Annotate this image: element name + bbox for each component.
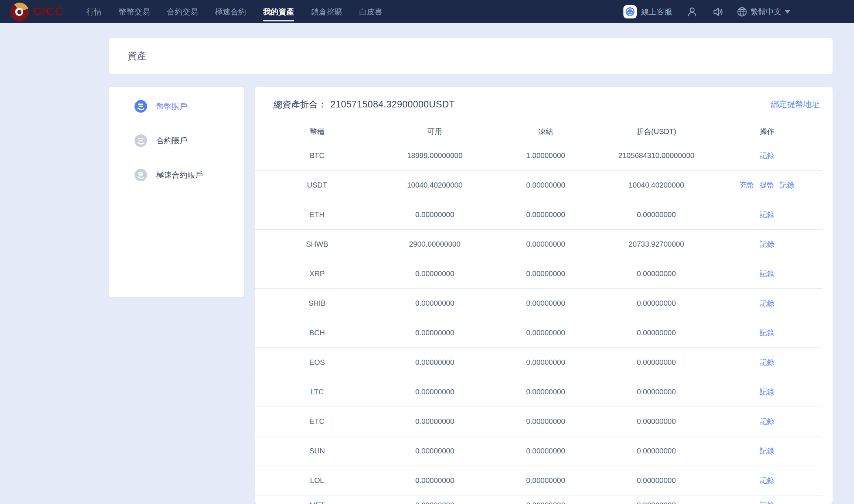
- assets-title-card: 資產: [109, 38, 833, 74]
- cell-coin-name: USDT: [255, 181, 379, 189]
- cell-available: 0.00000000: [379, 210, 490, 219]
- cell-coin-name: SHIB: [255, 299, 379, 308]
- nav-item-contract-trade[interactable]: 合約交易: [167, 0, 198, 23]
- cell-usdt-value: 20733.92700000: [601, 240, 712, 248]
- cell-coin-name: SHWB: [255, 240, 379, 248]
- column-header-0: 幣種: [255, 127, 379, 137]
- cell-coin-name: BCH: [255, 329, 379, 337]
- cell-frozen: 0.00000000: [490, 329, 601, 337]
- cell-actions: 記錄: [712, 328, 822, 338]
- records-link[interactable]: 記錄: [780, 180, 795, 190]
- cell-available: 0.00000000: [379, 358, 490, 367]
- cell-coin-name: MFT: [255, 501, 379, 504]
- user-account-icon[interactable]: [686, 6, 698, 18]
- table-row-LTC: LTC 0.00000000 0.00000000 0.00000000 記錄: [255, 377, 822, 407]
- cell-frozen: 0.00000000: [490, 417, 601, 426]
- records-link[interactable]: 記錄: [760, 298, 775, 308]
- cell-actions: 記錄: [712, 151, 822, 161]
- table-row-ETC: ETC 0.00000000 0.00000000 0.00000000 記錄: [255, 407, 822, 436]
- bind-withdraw-address-link[interactable]: 綁定提幣地址: [771, 99, 820, 110]
- cell-actions: 記錄: [712, 387, 822, 397]
- cell-available: 0.00000000: [379, 476, 490, 485]
- assets-table-header-row: 幣種可用凍結折合(USDT)操作: [255, 122, 822, 141]
- main-nav: 行情幣幣交易合約交易極速合約我的資產鎖倉挖礦白皮書: [86, 0, 382, 23]
- records-link[interactable]: 記錄: [760, 328, 775, 338]
- nav-item-fast-contract[interactable]: 極速合約: [215, 0, 246, 23]
- nav-item-spot-trade[interactable]: 幣幣交易: [119, 0, 150, 23]
- table-row-MFT-partial: MFT 0.00000000 0.00000000 0.00000000 記錄: [255, 496, 822, 504]
- announcement-speaker-icon[interactable]: [712, 6, 724, 18]
- cell-frozen: 0.00000000: [490, 476, 601, 485]
- cell-coin-name: LTC: [255, 388, 379, 396]
- cell-actions: 記錄: [712, 239, 822, 249]
- cell-actions: 記錄: [712, 446, 822, 456]
- records-link[interactable]: 記錄: [760, 476, 775, 486]
- sidebar-item-label: 極速合約帳戶: [156, 170, 203, 180]
- records-link[interactable]: 記錄: [760, 269, 775, 279]
- records-link[interactable]: 記錄: [760, 416, 775, 426]
- cell-usdt-value: 0.00000000: [601, 270, 712, 278]
- records-link[interactable]: 記錄: [760, 151, 775, 161]
- sidebar-item-fast-contract-account[interactable]: 極速合約帳戶: [109, 164, 244, 186]
- brand-logo[interactable]: CICC: [10, 3, 64, 21]
- nav-item-my-assets[interactable]: 我的資產: [263, 0, 294, 23]
- language-selector[interactable]: 繁體中文: [736, 6, 790, 17]
- cell-coin-name: EOS: [255, 358, 379, 367]
- withdraw-link[interactable]: 提幣: [760, 180, 775, 190]
- sidebar-item-label: 合約賬戶: [156, 136, 187, 146]
- cell-usdt-value: 0.00000000: [601, 299, 712, 308]
- cell-actions: 記錄: [712, 500, 822, 504]
- records-link[interactable]: 記錄: [760, 357, 775, 367]
- cell-coin-name: ETC: [255, 417, 379, 426]
- assets-panel: 總資產折合： 2105715084.32900000USDT 綁定提幣地址 幣種…: [255, 87, 833, 504]
- sidebar-item-contract-account[interactable]: 合約賬戶: [109, 129, 244, 152]
- cell-coin-name: SUN: [255, 447, 379, 455]
- cell-frozen: 0.00000000: [490, 447, 601, 455]
- records-link[interactable]: 記錄: [760, 446, 775, 456]
- cell-usdt-value: 0.00000000: [601, 417, 712, 426]
- cell-available: 0.00000000: [379, 388, 490, 396]
- column-header-1: 可用: [379, 127, 490, 137]
- cell-usdt-value: 0.00000000: [601, 447, 712, 455]
- cell-actions: 充幣提幣記錄: [712, 180, 822, 190]
- account-sidebar: 幣幣賬戶 合約賬戶 極速合約帳戶: [109, 87, 244, 297]
- cell-coin-name: ETH: [255, 210, 379, 219]
- cell-available: 10040.40200000: [379, 181, 490, 189]
- account-wallet-icon: [134, 100, 147, 113]
- cell-available: 0.00000000: [379, 299, 490, 308]
- cell-actions: 記錄: [712, 210, 822, 220]
- cell-frozen: 0.00000000: [490, 210, 601, 219]
- cell-actions: 記錄: [712, 476, 822, 486]
- table-row-BTC: BTC 18999.00000000 1.00000000 2105684310…: [255, 141, 822, 171]
- table-row-SHIB: SHIB 0.00000000 0.00000000 0.00000000 記錄: [255, 289, 822, 318]
- column-header-2: 凍結: [490, 127, 601, 137]
- nav-item-staking-mining[interactable]: 鎖倉挖礦: [311, 0, 342, 23]
- deposit-link[interactable]: 充幣: [740, 180, 755, 190]
- cell-coin-name: XRP: [255, 270, 379, 278]
- nav-item-markets[interactable]: 行情: [86, 0, 102, 23]
- cell-frozen: 0.00000000: [490, 299, 601, 308]
- cell-frozen: 0.00000000: [490, 240, 601, 248]
- cell-actions: 記錄: [712, 357, 822, 367]
- cell-frozen: 1.00000000: [490, 151, 601, 160]
- total-assets-label: 總資產折合：: [273, 99, 327, 110]
- table-row-SUN: SUN 0.00000000 0.00000000 0.00000000 記錄: [255, 436, 822, 466]
- nav-right-controls: 線上客服 繁: [623, 5, 790, 18]
- records-link[interactable]: 記錄: [760, 239, 775, 249]
- table-row-USDT: USDT 10040.40200000 0.00000000 10040.402…: [255, 171, 822, 200]
- records-link[interactable]: 記錄: [760, 210, 775, 220]
- nav-item-whitepaper[interactable]: 白皮書: [359, 0, 382, 23]
- assets-panel-header: 總資產折合： 2105715084.32900000USDT 綁定提幣地址: [255, 87, 833, 122]
- cell-actions: 記錄: [712, 416, 822, 426]
- customer-service-avatar-icon[interactable]: [623, 5, 637, 18]
- records-link[interactable]: 記錄: [760, 500, 775, 504]
- customer-service-label[interactable]: 線上客服: [641, 7, 672, 17]
- brand-logo-icon: [10, 3, 29, 21]
- page-title: 資產: [127, 49, 147, 62]
- cell-usdt-value: 0.00000000: [601, 329, 712, 337]
- records-link[interactable]: 記錄: [760, 387, 775, 397]
- sidebar-item-coin-account[interactable]: 幣幣賬戶: [109, 95, 244, 118]
- table-row-EOS: EOS 0.00000000 0.00000000 0.00000000 記錄: [255, 348, 822, 377]
- cell-usdt-value: 2105684310.00000000: [601, 151, 712, 160]
- cell-frozen: 0.00000000: [490, 501, 601, 504]
